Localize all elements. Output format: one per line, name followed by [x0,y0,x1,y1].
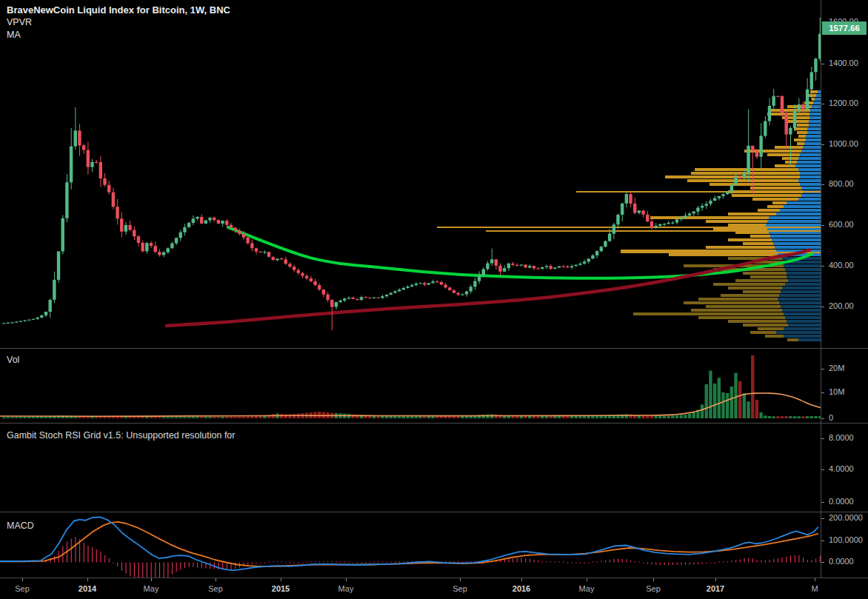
price-axis-label: 1400.00 [829,58,858,67]
time-axis-tick [521,578,522,581]
macd-main-line [0,517,818,570]
time-axis-tick [216,578,216,581]
price-axis-label: 0 [829,413,833,422]
price-axis-tick [821,64,824,64]
volume-bars [2,355,821,418]
price-axis-tick [821,104,824,104]
macd-pane-label[interactable]: MACD [7,521,34,531]
price-axis-tick [821,518,824,519]
time-axis-label: Sep [453,584,467,593]
time-axis-label: 2014 [79,584,96,593]
symbol-title[interactable]: BraveNewCoin Liquid Index for Bitcoin, 1… [7,4,230,16]
price-axis-label: 400.00 [829,261,854,270]
price-axis-tick [821,469,824,470]
price-axis-label: 20M [829,364,844,372]
time-axis[interactable]: Sep2014MaySep2015MaySep2016MaySep2017M [0,578,868,599]
stoch-pane-label[interactable]: Gambit Stoch RSI Grid v1.5: Unsupported … [7,430,235,441]
macd-signal-line [0,522,818,566]
time-axis-label: 2016 [513,584,530,593]
last-price-badge: 1577.66 [822,21,867,35]
price-axis-label: 200.00 [829,301,854,310]
price-axis-tick [821,438,824,439]
time-axis-label: 2015 [272,584,290,593]
time-axis-tick [460,578,461,581]
price-axis-tick [821,184,824,185]
pane-separator[interactable] [0,423,868,424]
time-axis-tick [281,578,281,581]
time-axis-label: Sep [646,584,661,593]
macd-pane[interactable] [0,512,821,578]
time-axis-label: Sep [15,584,30,593]
time-axis-label: M [811,584,818,593]
price-axis-label: 200.0000 [829,513,863,522]
time-axis-label: May [144,584,159,593]
price-axis-label: 0.0000 [829,497,854,506]
macd-lines [0,517,818,570]
price-axis-label: 0.0000 [829,557,854,566]
price-axis-tick [821,541,824,541]
price-axis-label: 4.0000 [829,464,854,473]
price-axis-label: 10M [829,387,844,396]
macd-histogram [4,537,821,578]
pane-separator[interactable] [0,512,868,512]
price-axis-label: 8.0000 [829,433,854,442]
price-axis-label: 100.0000 [829,535,863,544]
indicator-ma-label[interactable]: MA [7,29,230,41]
time-axis-tick [22,578,23,581]
price-axis-tick [821,144,824,145]
price-axis-tick [821,225,824,226]
chart-legend: BraveNewCoin Liquid Index for Bitcoin, 1… [7,4,230,41]
time-axis-tick [587,578,587,581]
price-axis-tick [821,418,824,419]
volume-pane[interactable] [0,348,821,423]
tradingview-chart-window: BraveNewCoin Liquid Index for Bitcoin, 1… [0,0,868,599]
main-price-pane[interactable] [0,0,821,348]
time-axis-tick [715,578,716,581]
pane-separator[interactable] [0,348,868,349]
volume-pane-label[interactable]: Vol [7,355,19,365]
price-axis-tick [821,307,824,307]
time-axis-label: 2017 [707,584,724,593]
time-axis-tick [151,578,152,581]
price-axis-tick [821,392,824,393]
time-axis-tick [87,578,88,581]
price-axis-label: 1200.00 [829,98,858,107]
time-axis-tick [815,578,815,581]
time-axis-label: May [338,584,354,593]
time-axis-tick [653,578,654,581]
price-axis-label: 1000.00 [829,139,858,148]
price-axis-tick [821,369,824,369]
price-axis-label: 600.00 [829,220,854,229]
price-axis-label: 800.00 [829,179,854,188]
indicator-vpvr-label[interactable]: VPVR [7,16,230,29]
price-axis-tick [821,502,824,503]
price-axis-tick [821,266,824,267]
time-axis-label: Sep [208,584,223,593]
price-axis-tick [821,562,824,563]
time-axis-tick [346,578,347,581]
price-axis[interactable]: 1577.66 1600.001400.001200.001000.00800.… [821,0,868,578]
time-axis-label: May [579,584,595,593]
